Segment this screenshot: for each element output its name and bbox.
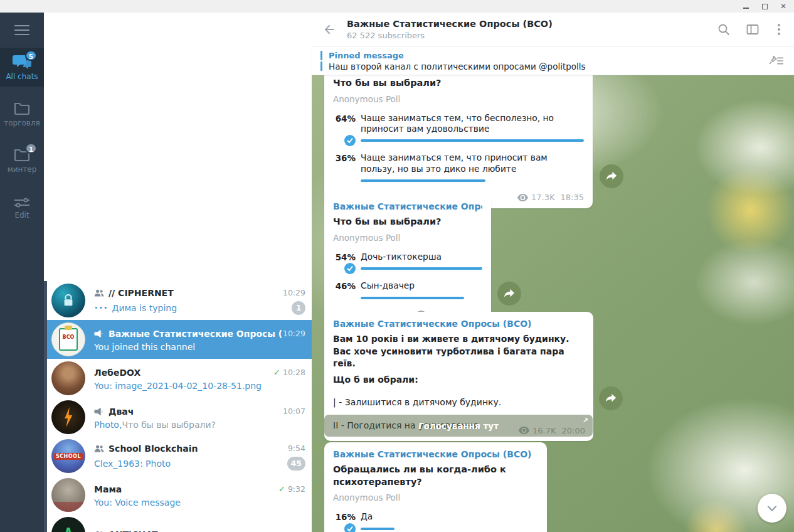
message-poll-2: Важные Статистические Опросы (... Что бы… (324, 194, 491, 326)
maximize-button[interactable] (758, 1, 771, 11)
poll-percent: 54% (333, 252, 356, 263)
clipboard-icon: ВСО (59, 328, 78, 351)
search-icon[interactable] (717, 23, 730, 36)
share-button[interactable] (600, 164, 623, 188)
chat-item-ciphernet[interactable]: // CIPHERNET 10:29 ••• Дима is typing 1 (44, 281, 312, 320)
chat-list: // CIPHERNET 10:29 ••• Дима is typing 1 … (44, 13, 312, 532)
message-channel-name[interactable]: Важные Статистические Опросы (... (333, 201, 482, 211)
unread-badge: 45 (287, 457, 305, 471)
megaphone-icon (94, 329, 104, 339)
avatar: A (51, 517, 85, 532)
chat-title: School Blockchain (109, 444, 198, 454)
chat-title: ЛебеDOX (94, 368, 140, 378)
chat-item-lebedox[interactable]: ЛебеDOX ✓10:28 You: image_2021-04-02_10-… (44, 359, 312, 398)
chat-list-scrollbar[interactable] (44, 281, 47, 532)
share-arrow-icon (606, 171, 617, 182)
poll-option[interactable]: 16%Да (333, 511, 538, 532)
poll-type: Anonymous Poll (333, 492, 538, 503)
poll-percent: 36% (333, 152, 356, 175)
chat-time: 10:07 (283, 407, 305, 416)
poll-option-text: Дочь-тиктокерша (361, 252, 442, 263)
chat-last-message: You: Voice message (94, 497, 181, 508)
chat-pane: Важные Статистические Опросы (ВСО) 62 52… (312, 13, 794, 532)
pinned-label: Pinned message (329, 51, 586, 60)
chat-title: Важные Статистические Опросы (ВСО) (109, 329, 283, 339)
minimize-button[interactable] (739, 1, 753, 11)
megaphone-icon (94, 407, 104, 417)
voted-check-icon (344, 263, 356, 274)
message-channel-name[interactable]: Важные Статистические Опросы (ВСО) (333, 319, 585, 329)
chat-info[interactable]: Важные Статистические Опросы (ВСО) 62 52… (347, 19, 553, 40)
voted-check-icon (344, 135, 356, 146)
chat-item-vco[interactable]: ВСО Важные Статистические Опросы (ВСО) 1… (44, 320, 312, 359)
pin-indicator (320, 51, 322, 71)
poll-bar (361, 267, 482, 270)
pinned-list-icon[interactable] (769, 55, 784, 67)
scroll-to-bottom-button[interactable] (758, 494, 786, 523)
chat-item-school-blockchain[interactable]: SCHOOL School Blockchain 9:54 Clex_1963:… (44, 437, 312, 476)
poll-option[interactable]: 64%Чаще заниматься тем, что бесполезно, … (333, 113, 584, 147)
unread-badge: 1 (25, 143, 37, 154)
lock-icon (61, 294, 75, 307)
toggle-panel-icon[interactable] (746, 23, 759, 36)
poll-option-text: Сын-двачер (361, 280, 415, 292)
chat-last-message: Что бы вы выбрали? (122, 420, 216, 430)
chat-time: 10:28 (283, 368, 305, 377)
vote-here-button[interactable]: Голосування тут ↗ (324, 415, 593, 437)
sidebar-item-all-chats[interactable]: 5 All chats (0, 48, 44, 87)
poll-option-text: Чаще заниматься тем, что бесполезно, но … (361, 113, 584, 136)
share-arrow-icon (504, 288, 515, 299)
message-time: 18:35 (561, 193, 584, 202)
poll-percent: 46% (333, 280, 356, 292)
chat-title: ANTICHAT (109, 529, 158, 532)
close-button[interactable]: ✕ (776, 1, 790, 11)
group-icon (94, 444, 104, 454)
poll-bar (361, 297, 464, 299)
inline-button-label: Голосування тут (418, 421, 499, 431)
edit-sliders-icon (14, 198, 30, 208)
poll-option[interactable]: 46%Сын-двачер (333, 280, 482, 304)
chat-title: Важные Статистические Опросы (ВСО) (347, 19, 553, 29)
poll-option[interactable]: 36%Чаще заниматься тем, что приносит вам… (333, 152, 584, 187)
pinned-text: Наш второй канал с политическими опросам… (329, 61, 586, 72)
pinned-message-bar[interactable]: Pinned message Наш второй канал с полити… (312, 47, 794, 75)
sidebar-item-folder-torgovlya[interactable]: торговля (0, 94, 44, 133)
poll-percent: 64% (333, 113, 356, 136)
back-arrow-icon[interactable] (322, 22, 337, 37)
voted-check-icon (344, 523, 356, 532)
poll-option[interactable]: 54%Дочь-тиктокерша (333, 252, 482, 275)
chat-title: Мама (94, 484, 122, 494)
chat-title: Двач (109, 407, 134, 417)
chat-time: 9:54 (288, 444, 305, 453)
external-link-icon: ↗ (583, 417, 588, 425)
chat-subscribers: 62 522 subscribers (347, 31, 553, 40)
views-eye-icon (517, 194, 528, 201)
poll-bar (361, 179, 485, 182)
message-history[interactable]: Важные Статистические Опросы (... Что бы… (312, 75, 794, 532)
share-button[interactable] (497, 282, 521, 306)
group-icon (94, 288, 104, 298)
titlebar: ✕ (0, 0, 794, 13)
sidebar-item-label: Edit (1, 211, 43, 220)
group-icon (94, 529, 104, 532)
chat-item-mama[interactable]: Мама ✓9:32 You: Voice message (44, 476, 312, 514)
chat-last-message: You joined this channel (94, 342, 195, 352)
read-check-icon: ✓ (278, 484, 285, 494)
chat-item-antichat[interactable]: A ANTICHAT 9:31 (44, 514, 312, 532)
chat-item-dvach[interactable]: Двач 10:07 Photo, Что бы вы выбрали? (44, 398, 312, 437)
message-channel-name[interactable]: Важные Статистические Опросы (ВСО) (333, 449, 538, 459)
sidebar-item-folder-minter[interactable]: 1 минтер (0, 141, 44, 179)
sidebar-item-edit-folders[interactable]: Edit (0, 188, 44, 225)
share-button[interactable] (599, 386, 623, 410)
poll-question: Что бы вы выбрали? (333, 77, 584, 90)
chat-last-message: You: image_2021-04-02_10-28-51.png (94, 381, 262, 391)
chevron-down-icon (766, 502, 778, 514)
avatar: ВСО (51, 322, 85, 356)
folders-sidebar: 5 All chats торговля 1 минтер (0, 13, 44, 532)
menu-kebab-icon[interactable] (775, 23, 783, 36)
poll-option-text: Чаще заниматься тем, что приносит вам по… (361, 152, 584, 175)
main-menu-button[interactable] (0, 13, 44, 48)
telegram-window: ✕ 5 All chats торговля (0, 0, 794, 532)
avatar (51, 400, 85, 434)
chat-last-message-media: Photo, (94, 420, 122, 430)
